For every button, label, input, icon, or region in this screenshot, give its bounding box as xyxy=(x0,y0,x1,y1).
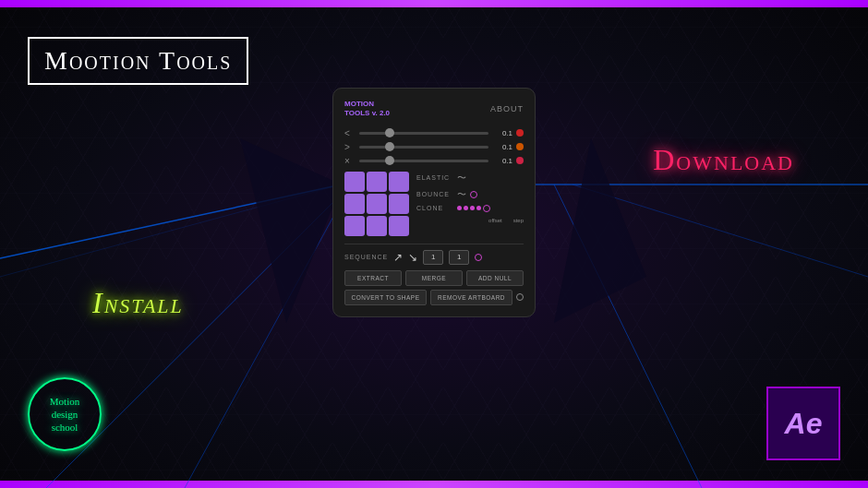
slider-value-3: 0.1 xyxy=(492,157,512,165)
about-button[interactable]: ABOUT xyxy=(490,104,524,113)
grid-cell-2[interactable] xyxy=(367,172,387,192)
grid-cell-6[interactable] xyxy=(389,194,409,214)
add-null-button[interactable]: ADD NULL xyxy=(466,270,524,286)
grid-cell-9[interactable] xyxy=(389,216,409,236)
slider-row-2: > 0.1 xyxy=(344,142,524,152)
clone-dot-2[interactable] xyxy=(464,206,468,210)
mds-logo: Motiondesignschool xyxy=(28,377,111,460)
artboard-row: CONVERT TO SHAPE REMOVE ARTBOARD xyxy=(344,290,524,305)
seq-input-2[interactable] xyxy=(449,250,469,265)
btn-row-1: EXTRACT MERGE ADD NULL xyxy=(344,270,524,286)
title-box: Mootion Tools xyxy=(28,37,248,85)
mds-logo-text: Motiondesignschool xyxy=(50,395,79,434)
offset-label: offset xyxy=(488,218,502,223)
seq-input-1[interactable] xyxy=(423,250,443,265)
mds-logo-border: Motiondesignschool xyxy=(28,377,102,451)
offset-step-labels: offset step xyxy=(416,218,524,223)
install-label[interactable]: Install xyxy=(92,286,184,320)
clone-row: CLONE xyxy=(416,205,524,212)
slider-thumb-3[interactable] xyxy=(385,156,394,165)
merge-button[interactable]: MERGE xyxy=(405,270,463,286)
slider-track-1[interactable] xyxy=(359,132,488,135)
slider-value-1: 0.1 xyxy=(492,129,512,137)
elastic-row: ELASTIC 〜 xyxy=(416,172,524,184)
clone-label: CLONE xyxy=(416,205,453,211)
slider-row-3: × 0.1 xyxy=(344,156,524,166)
grid-cell-8[interactable] xyxy=(367,216,387,236)
bounce-label: BOUNCE xyxy=(416,191,453,197)
panel-body: ELASTIC 〜 BOUNCE 〜 CLONE xyxy=(344,172,524,236)
grid-cell-4[interactable] xyxy=(344,194,365,214)
grid-section xyxy=(344,172,409,236)
slider-icon-3: × xyxy=(344,156,356,166)
slider-row-1: < 0.1 xyxy=(344,128,524,138)
clone-dots xyxy=(457,205,490,212)
ae-logo-text: Ae xyxy=(785,407,823,441)
grid-cell-5[interactable] xyxy=(367,194,387,214)
slider-dot-1[interactable] xyxy=(516,129,524,137)
grid-cell-7[interactable] xyxy=(344,216,365,236)
slider-dot-3[interactable] xyxy=(516,157,524,164)
slider-icon-2: > xyxy=(344,142,356,152)
bounce-row: BOUNCE 〜 xyxy=(416,188,524,201)
top-bar xyxy=(0,0,868,7)
app-title: Mootion Tools xyxy=(44,46,232,75)
clone-dot-1[interactable] xyxy=(457,206,462,210)
slider-thumb-2[interactable] xyxy=(385,142,394,151)
seq-icon-2[interactable]: ↘ xyxy=(408,251,417,264)
slider-thumb-1[interactable] xyxy=(385,128,394,137)
extract-button[interactable]: EXTRACT xyxy=(344,270,402,286)
bottom-bar xyxy=(0,481,868,488)
panel-header: MOTION TOOLS v. 2.0 ABOUT xyxy=(344,100,524,119)
bounce-circle[interactable] xyxy=(470,191,477,198)
slider-track-2[interactable] xyxy=(359,146,488,149)
elastic-wave-icon[interactable]: 〜 xyxy=(457,172,466,184)
sequence-row: SEQUENCE ↗ ↘ xyxy=(344,244,524,265)
effects-section: ELASTIC 〜 BOUNCE 〜 CLONE xyxy=(416,172,524,236)
convert-button[interactable]: CONVERT TO SHAPE xyxy=(344,290,427,305)
bounce-wave-icon[interactable]: 〜 xyxy=(457,188,466,201)
clone-dot-3[interactable] xyxy=(470,206,475,210)
slider-icon-1: < xyxy=(344,128,356,138)
remove-artboard-button[interactable]: REMOVE ARTBOARD xyxy=(430,290,512,305)
elastic-label: ELASTIC xyxy=(416,174,453,181)
main-panel: MOTION TOOLS v. 2.0 ABOUT < 0.1 > 0.1 × … xyxy=(332,88,536,317)
grid-cell-3[interactable] xyxy=(389,172,409,192)
clone-circle[interactable] xyxy=(483,205,490,212)
ae-logo: Ae xyxy=(766,387,840,460)
download-label[interactable]: Download xyxy=(653,143,794,177)
slider-dot-2[interactable] xyxy=(516,143,524,150)
sequence-label: SEQUENCE xyxy=(344,254,388,260)
slider-value-2: 0.1 xyxy=(492,143,512,151)
step-label: step xyxy=(513,218,524,223)
seq-circle[interactable] xyxy=(475,254,482,261)
panel-title: MOTION TOOLS v. 2.0 xyxy=(344,100,390,119)
seq-icon-1[interactable]: ↗ xyxy=(393,251,403,264)
clone-dot-4[interactable] xyxy=(476,206,481,210)
artboard-circle[interactable] xyxy=(516,293,524,301)
grid-cell-1[interactable] xyxy=(344,172,365,192)
slider-track-3[interactable] xyxy=(359,160,488,162)
